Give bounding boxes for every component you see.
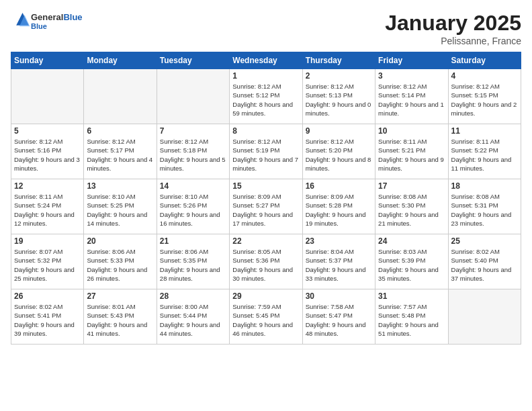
calendar-cell: 12Sunrise: 8:11 AMSunset: 5:24 PMDayligh…: [11, 179, 84, 234]
day-number: 20: [87, 236, 153, 246]
day-info: Sunrise: 7:58 AMSunset: 5:47 PMDaylight:…: [306, 302, 372, 338]
calendar-cell: 4Sunrise: 8:12 AMSunset: 5:15 PMDaylight…: [448, 69, 521, 124]
day-info: Sunrise: 8:01 AMSunset: 5:43 PMDaylight:…: [87, 302, 153, 338]
day-number: 21: [160, 236, 226, 246]
week-row-4: 19Sunrise: 8:07 AMSunset: 5:32 PMDayligh…: [11, 234, 521, 289]
day-number: 19: [14, 236, 81, 246]
logo-tagline: Blue: [31, 22, 83, 30]
day-number: 31: [378, 291, 445, 301]
calendar-cell: 3Sunrise: 8:12 AMSunset: 5:14 PMDaylight…: [375, 69, 448, 124]
day-number: 5: [14, 126, 81, 136]
day-number: 4: [451, 71, 518, 81]
day-number: 7: [160, 126, 226, 136]
day-number: 18: [451, 181, 518, 191]
logo-icon: [12, 11, 31, 30]
day-info: Sunrise: 8:03 AMSunset: 5:39 PMDaylight:…: [378, 247, 445, 283]
calendar-cell: 13Sunrise: 8:10 AMSunset: 5:25 PMDayligh…: [84, 179, 157, 234]
day-info: Sunrise: 8:12 AMSunset: 5:15 PMDaylight:…: [451, 82, 518, 118]
day-number: 27: [87, 291, 153, 301]
day-info: Sunrise: 8:07 AMSunset: 5:32 PMDaylight:…: [14, 247, 81, 283]
day-info: Sunrise: 8:12 AMSunset: 5:20 PMDaylight:…: [306, 137, 372, 173]
calendar-cell: [84, 69, 157, 124]
header: GeneralBlue Blue January 2025 Pelissanne…: [11, 11, 521, 46]
calendar-cell: 23Sunrise: 8:04 AMSunset: 5:37 PMDayligh…: [302, 234, 375, 289]
header-thursday: Thursday: [302, 52, 375, 69]
day-number: 13: [87, 181, 153, 191]
day-info: Sunrise: 8:02 AMSunset: 5:40 PMDaylight:…: [451, 247, 518, 283]
day-number: 3: [378, 71, 445, 81]
calendar-cell: 19Sunrise: 8:07 AMSunset: 5:32 PMDayligh…: [11, 234, 84, 289]
calendar-cell: 18Sunrise: 8:08 AMSunset: 5:31 PMDayligh…: [448, 179, 521, 234]
calendar-cell: [448, 289, 521, 345]
location: Pelissanne, France: [385, 36, 521, 46]
calendar-cell: 15Sunrise: 8:09 AMSunset: 5:27 PMDayligh…: [230, 179, 302, 234]
day-number: 24: [378, 236, 445, 246]
calendar-cell: 11Sunrise: 8:11 AMSunset: 5:22 PMDayligh…: [448, 124, 521, 179]
day-number: 22: [232, 236, 299, 246]
calendar-cell: 30Sunrise: 7:58 AMSunset: 5:47 PMDayligh…: [302, 289, 375, 345]
day-number: 28: [160, 291, 226, 301]
logo-blue: Blue: [63, 12, 82, 22]
day-number: 1: [232, 71, 299, 81]
title-section: January 2025 Pelissanne, France: [385, 11, 521, 46]
day-info: Sunrise: 8:10 AMSunset: 5:26 PMDaylight:…: [160, 192, 226, 228]
day-info: Sunrise: 8:12 AMSunset: 5:12 PMDaylight:…: [232, 82, 299, 118]
day-info: Sunrise: 8:00 AMSunset: 5:44 PMDaylight:…: [160, 302, 226, 338]
day-number: 6: [87, 126, 153, 136]
day-info: Sunrise: 7:59 AMSunset: 5:45 PMDaylight:…: [232, 302, 299, 338]
calendar-cell: 10Sunrise: 8:11 AMSunset: 5:21 PMDayligh…: [375, 124, 448, 179]
day-info: Sunrise: 8:12 AMSunset: 5:16 PMDaylight:…: [14, 137, 81, 173]
day-number: 11: [451, 126, 518, 136]
day-number: 10: [378, 126, 445, 136]
calendar-cell: 26Sunrise: 8:02 AMSunset: 5:41 PMDayligh…: [11, 289, 84, 345]
day-number: 26: [14, 291, 81, 301]
day-number: 8: [232, 126, 299, 136]
day-info: Sunrise: 8:06 AMSunset: 5:35 PMDaylight:…: [160, 247, 226, 283]
header-saturday: Saturday: [448, 52, 521, 69]
day-info: Sunrise: 8:11 AMSunset: 5:21 PMDaylight:…: [378, 137, 445, 173]
calendar-cell: 17Sunrise: 8:08 AMSunset: 5:30 PMDayligh…: [375, 179, 448, 234]
day-info: Sunrise: 7:57 AMSunset: 5:48 PMDaylight:…: [378, 302, 445, 338]
calendar-cell: 2Sunrise: 8:12 AMSunset: 5:13 PMDaylight…: [302, 69, 375, 124]
day-info: Sunrise: 8:08 AMSunset: 5:31 PMDaylight:…: [451, 192, 518, 228]
calendar-cell: 27Sunrise: 8:01 AMSunset: 5:43 PMDayligh…: [84, 289, 157, 345]
day-number: 14: [160, 181, 226, 191]
day-info: Sunrise: 8:06 AMSunset: 5:33 PMDaylight:…: [87, 247, 153, 283]
logo: GeneralBlue Blue: [11, 11, 83, 32]
calendar-cell: 24Sunrise: 8:03 AMSunset: 5:39 PMDayligh…: [375, 234, 448, 289]
calendar-cell: 25Sunrise: 8:02 AMSunset: 5:40 PMDayligh…: [448, 234, 521, 289]
day-info: Sunrise: 8:09 AMSunset: 5:28 PMDaylight:…: [306, 192, 372, 228]
day-info: Sunrise: 8:02 AMSunset: 5:41 PMDaylight:…: [14, 302, 81, 338]
calendar-cell: 9Sunrise: 8:12 AMSunset: 5:20 PMDaylight…: [302, 124, 375, 179]
calendar-cell: 1Sunrise: 8:12 AMSunset: 5:12 PMDaylight…: [230, 69, 302, 124]
calendar-cell: 7Sunrise: 8:12 AMSunset: 5:18 PMDaylight…: [157, 124, 229, 179]
day-number: 17: [378, 181, 445, 191]
day-number: 9: [306, 126, 372, 136]
calendar-cell: [11, 69, 84, 124]
day-info: Sunrise: 8:12 AMSunset: 5:13 PMDaylight:…: [306, 82, 372, 118]
day-number: 2: [306, 71, 372, 81]
day-number: 30: [306, 291, 372, 301]
day-number: 15: [232, 181, 299, 191]
calendar-cell: 20Sunrise: 8:06 AMSunset: 5:33 PMDayligh…: [84, 234, 157, 289]
day-number: 16: [306, 181, 372, 191]
week-row-3: 12Sunrise: 8:11 AMSunset: 5:24 PMDayligh…: [11, 179, 521, 234]
calendar-cell: 6Sunrise: 8:12 AMSunset: 5:17 PMDaylight…: [84, 124, 157, 179]
header-friday: Friday: [375, 52, 448, 69]
week-row-2: 5Sunrise: 8:12 AMSunset: 5:16 PMDaylight…: [11, 124, 521, 179]
calendar-cell: [157, 69, 229, 124]
day-info: Sunrise: 8:08 AMSunset: 5:30 PMDaylight:…: [378, 192, 445, 228]
weekday-header-row: Sunday Monday Tuesday Wednesday Thursday…: [11, 52, 521, 69]
day-info: Sunrise: 8:12 AMSunset: 5:17 PMDaylight:…: [87, 137, 153, 173]
header-wednesday: Wednesday: [230, 52, 302, 69]
calendar-cell: 5Sunrise: 8:12 AMSunset: 5:16 PMDaylight…: [11, 124, 84, 179]
day-number: 12: [14, 181, 81, 191]
day-info: Sunrise: 8:12 AMSunset: 5:14 PMDaylight:…: [378, 82, 445, 118]
calendar-cell: 29Sunrise: 7:59 AMSunset: 5:45 PMDayligh…: [230, 289, 302, 345]
week-row-1: 1Sunrise: 8:12 AMSunset: 5:12 PMDaylight…: [11, 69, 521, 124]
day-info: Sunrise: 8:04 AMSunset: 5:37 PMDaylight:…: [306, 247, 372, 283]
day-number: 23: [306, 236, 372, 246]
day-number: 29: [232, 291, 299, 301]
month-title: January 2025: [385, 11, 521, 36]
day-info: Sunrise: 8:05 AMSunset: 5:36 PMDaylight:…: [232, 247, 299, 283]
